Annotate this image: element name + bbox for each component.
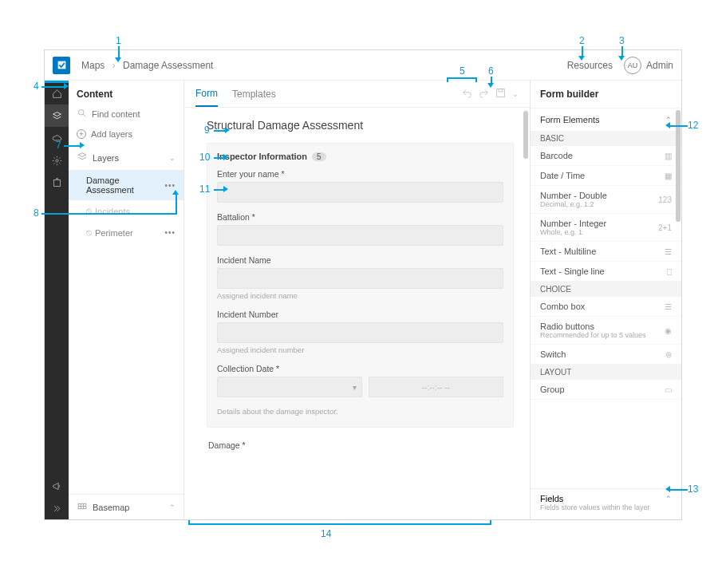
fields-title: Fields — [540, 494, 563, 503]
layers-section[interactable]: Layers ⌄ — [69, 145, 183, 170]
time-input[interactable]: --:--:-- -- — [369, 377, 504, 397]
tab-actions: ⌄ — [462, 88, 519, 100]
field-name[interactable]: Enter your name * — [217, 169, 503, 203]
avatar[interactable]: AU — [624, 57, 641, 74]
elem-group[interactable]: Group▭ — [531, 380, 681, 400]
search-icon — [77, 108, 87, 120]
search-row — [69, 105, 183, 123]
more-icon[interactable]: ••• — [164, 228, 176, 237]
text-multi-icon: ☰ — [665, 247, 672, 256]
group-count-badge: 5 — [312, 152, 326, 161]
field-battalion[interactable]: Battalion * — [217, 212, 503, 246]
form-builder-title: Form builder — [531, 81, 681, 109]
field-label: Incident Name — [217, 255, 503, 265]
add-layers-button[interactable]: + Add layers — [69, 123, 183, 145]
svg-point-1 — [55, 159, 57, 161]
number-icon: 123 — [658, 195, 672, 204]
field-hint: Assigned incident number — [217, 345, 503, 354]
plus-icon: + — [77, 129, 86, 139]
field-incident-name[interactable]: Incident Name Assigned incident name — [217, 255, 503, 300]
text-input[interactable] — [217, 225, 503, 246]
breadcrumb[interactable]: Maps › Damage Assessment — [81, 60, 213, 71]
rail-collapse[interactable] — [45, 497, 69, 519]
undo-button[interactable] — [462, 88, 472, 100]
switch-icon: ⊜ — [665, 350, 672, 359]
svg-rect-6 — [499, 89, 503, 92]
callout-2: 2 — [579, 35, 585, 46]
breadcrumb-root[interactable]: Maps — [81, 60, 105, 71]
form-body: Structural Damage Assessment Inspector I… — [184, 108, 530, 519]
layer-item-incidents[interactable]: ⦸ Incidents — [69, 200, 183, 222]
elem-number-integer[interactable]: Number - IntegerWhole, e.g. 12+1 — [531, 214, 681, 242]
save-button[interactable] — [495, 88, 506, 100]
form-elements-header[interactable]: Form Elements ⌃ — [531, 109, 681, 131]
app-logo[interactable] — [53, 57, 70, 74]
elem-barcode[interactable]: Barcode▥ — [531, 146, 681, 166]
gear-icon — [52, 156, 62, 166]
combo-icon: ☰ — [665, 302, 672, 311]
field-hint: Assigned incident name — [217, 291, 503, 300]
text-input[interactable] — [217, 268, 503, 289]
admin-label[interactable]: Admin — [646, 60, 673, 71]
group-title: Inspector Information — [217, 152, 307, 161]
redo-button[interactable] — [479, 88, 489, 100]
category-choice: CHOICE — [531, 282, 681, 297]
elem-switch[interactable]: Switch⊜ — [531, 345, 681, 365]
field-collection-date[interactable]: Collection Date * ▾ --:--:-- -- — [217, 364, 503, 397]
form-builder-panel: Form builder Form Elements ⌃ BASIC Barco… — [530, 81, 681, 519]
elem-combo[interactable]: Combo box☰ — [531, 297, 681, 317]
form-elements-label: Form Elements — [540, 115, 600, 124]
rail-settings[interactable] — [45, 149, 69, 172]
callout-12: 12 — [688, 120, 698, 131]
more-icon[interactable]: ••• — [164, 181, 176, 190]
save-dropdown[interactable]: ⌄ — [512, 90, 519, 98]
svg-rect-0 — [57, 61, 65, 69]
form-canvas: Form Templates ⌄ Structural Damage Asses… — [184, 81, 530, 519]
basemap-section[interactable]: Basemap ⌃ — [69, 494, 183, 519]
layers-stack-icon — [77, 152, 88, 164]
scrollbar[interactable] — [523, 111, 528, 516]
fields-section[interactable]: Fields ⌃ Fields store values within the … — [531, 488, 681, 519]
home-icon — [52, 89, 62, 99]
text-input[interactable] — [217, 182, 503, 203]
text-input[interactable] — [217, 322, 503, 343]
elem-radio[interactable]: Radio buttonsRecommended for up to 5 val… — [531, 317, 681, 345]
scrollbar[interactable] — [676, 110, 681, 222]
form-title[interactable]: Structural Damage Assessment — [207, 119, 514, 132]
main-row: Content + Add layers Layers ⌄ Damage Ass… — [45, 81, 681, 519]
date-input[interactable]: ▾ — [217, 377, 362, 397]
chevron-right-icon — [52, 503, 62, 514]
fields-subtitle: Fields store values within the layer — [540, 503, 672, 511]
search-input[interactable] — [92, 109, 176, 119]
layers-label: Layers — [93, 153, 119, 163]
elem-text-single[interactable]: Text - Single line⎕ — [531, 262, 681, 282]
undo-icon — [462, 88, 472, 98]
elements-scroll: Form Elements ⌃ BASIC Barcode▥ Date / Ti… — [531, 109, 681, 488]
calendar-icon: ▦ — [665, 172, 672, 180]
tab-templates[interactable]: Templates — [232, 82, 276, 106]
survey-icon — [57, 60, 67, 70]
layer-item-perimeter[interactable]: ⦸ Perimeter ••• — [69, 222, 183, 243]
elem-text-multiline[interactable]: Text - Multiline☰ — [531, 242, 681, 262]
rail-share[interactable] — [45, 172, 69, 194]
group-header: Inspector Information 5 — [217, 152, 503, 161]
text-single-icon: ⎕ — [667, 267, 672, 276]
elem-number-double[interactable]: Number - DoubleDecimal, e.g. 1.2123 — [531, 186, 681, 214]
content-title: Content — [69, 81, 183, 105]
cloud-icon — [52, 133, 62, 144]
field-damage-label[interactable]: Damage * — [207, 437, 514, 450]
svg-point-3 — [78, 109, 84, 115]
layer-item-damage[interactable]: Damage Assessment ••• — [69, 170, 183, 200]
callout-14: 14 — [321, 528, 331, 539]
field-incident-number[interactable]: Incident Number Assigned incident number — [217, 310, 503, 354]
tab-form[interactable]: Form — [195, 81, 218, 107]
basemap-label: Basemap — [93, 503, 129, 512]
form-group-inspector[interactable]: Inspector Information 5 Enter your name … — [207, 143, 514, 428]
resources-link[interactable]: Resources — [567, 60, 613, 71]
elem-datetime[interactable]: Date / Time▦ — [531, 166, 681, 186]
layer-name: Damage Assessment — [86, 176, 164, 195]
svg-rect-5 — [497, 89, 505, 97]
rail-content[interactable] — [45, 105, 69, 127]
rail-announce[interactable] — [45, 475, 69, 497]
field-label: Incident Number — [217, 310, 503, 319]
